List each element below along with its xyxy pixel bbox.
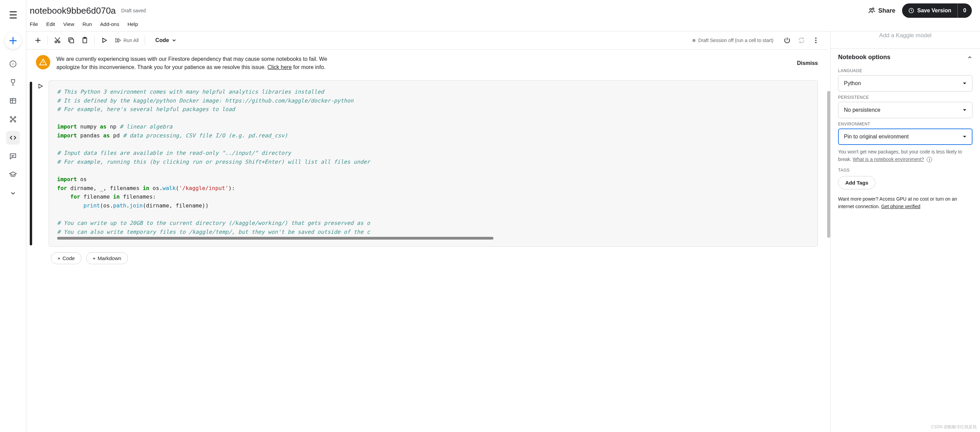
power-text: Want more power? Access GPU at no cost o… — [838, 195, 972, 210]
nav-datasets-icon[interactable] — [6, 94, 20, 108]
menu-run[interactable]: Run — [83, 21, 92, 27]
menu-help[interactable]: Help — [127, 21, 138, 27]
svg-point-3 — [10, 116, 12, 118]
nav-competitions-icon[interactable] — [6, 76, 20, 89]
nav-expand-icon[interactable] — [6, 186, 20, 200]
nav-learn-icon[interactable] — [6, 168, 20, 181]
caret-down-icon — [963, 135, 967, 139]
svg-point-6 — [14, 121, 16, 122]
persistence-label: PERSISTENCE — [838, 95, 972, 100]
nav-models-icon[interactable] — [6, 113, 20, 126]
menu-edit[interactable]: Edit — [46, 21, 55, 27]
svg-point-12 — [58, 41, 60, 43]
environment-help-text: You won't get new packages, but your cod… — [838, 148, 972, 163]
svg-rect-2 — [10, 98, 16, 103]
more-icon[interactable] — [810, 34, 822, 46]
svg-rect-13 — [70, 39, 73, 43]
power-icon[interactable] — [781, 34, 793, 46]
copy-icon[interactable] — [65, 34, 77, 46]
warning-banner: We are currently experiencing issues wit… — [26, 49, 827, 77]
nav-explore-icon[interactable] — [6, 57, 20, 71]
nav-discussions-icon[interactable] — [6, 149, 20, 163]
caret-down-icon — [963, 81, 967, 86]
svg-point-4 — [14, 116, 16, 118]
info-icon[interactable]: i — [927, 157, 932, 162]
add-markdown-cell-button[interactable]: + Markdown — [86, 252, 128, 264]
svg-point-8 — [870, 8, 872, 10]
environment-select[interactable]: Pin to original environment — [838, 129, 972, 145]
caret-down-icon — [963, 108, 967, 112]
svg-point-17 — [815, 40, 816, 41]
language-select[interactable]: Python — [838, 75, 972, 92]
version-count[interactable]: 0 — [958, 3, 972, 18]
notebook-title[interactable]: notebook9bbe6d070a — [30, 5, 116, 16]
tags-label: TAGS — [838, 168, 972, 173]
menu-addons[interactable]: Add-ons — [100, 21, 119, 27]
session-status: Draft Session off (run a cell to start) — [692, 38, 773, 43]
svg-point-9 — [873, 8, 874, 10]
svg-point-16 — [815, 38, 816, 39]
menu-view[interactable]: View — [63, 21, 74, 27]
sync-icon[interactable] — [795, 34, 808, 46]
alert-link[interactable]: Click here — [267, 64, 292, 70]
hamburger-icon[interactable]: ☰ — [6, 7, 20, 24]
dismiss-button[interactable]: Dismiss — [797, 60, 818, 66]
paste-icon[interactable] — [79, 34, 91, 46]
insert-cell-icon[interactable] — [32, 34, 44, 46]
add-code-cell-button[interactable]: + Code — [51, 252, 81, 264]
add-model-link[interactable]: Add a Kaggle model — [838, 32, 972, 49]
cell-type-dropdown[interactable]: Code — [152, 37, 179, 43]
run-all-button[interactable]: Run All — [112, 37, 141, 44]
environment-label: ENVIRONMENT — [838, 122, 972, 127]
cell-selected-indicator — [30, 82, 32, 245]
svg-point-11 — [55, 41, 57, 43]
warning-icon — [36, 55, 50, 69]
add-button[interactable] — [5, 32, 21, 49]
draft-status: Draft saved — [121, 8, 146, 13]
run-cell-icon[interactable] — [98, 34, 110, 46]
svg-point-5 — [10, 121, 12, 122]
chevron-up-icon — [967, 55, 972, 60]
horizontal-scrollbar[interactable] — [57, 237, 493, 240]
env-help-link[interactable]: What is a notebook environment? — [853, 157, 924, 162]
share-button[interactable]: Share — [868, 7, 895, 14]
code-cell[interactable]: # This Python 3 environment comes with m… — [49, 80, 818, 247]
notebook-options-header[interactable]: Notebook options — [838, 49, 972, 66]
save-version-button[interactable]: Save Version 0 — [902, 3, 972, 18]
svg-point-7 — [12, 119, 14, 120]
menu-bar: File Edit View Run Add-ons Help — [26, 19, 980, 31]
status-dot-icon — [692, 39, 695, 42]
watermark: CSDN @酷酸洋红就是我 — [931, 424, 977, 430]
phone-verify-link[interactable]: Get phone verified — [881, 204, 920, 209]
persistence-select[interactable]: No persistence — [838, 102, 972, 118]
language-label: LANGUAGE — [838, 68, 972, 73]
svg-marker-1 — [12, 62, 14, 65]
vertical-scrollbar[interactable] — [827, 91, 830, 238]
nav-code-icon[interactable] — [6, 131, 20, 145]
menu-file[interactable]: File — [30, 21, 38, 27]
svg-point-18 — [815, 42, 816, 43]
cut-icon[interactable] — [51, 34, 64, 46]
cell-run-icon[interactable] — [33, 80, 47, 247]
add-tags-button[interactable]: Add Tags — [838, 176, 875, 189]
